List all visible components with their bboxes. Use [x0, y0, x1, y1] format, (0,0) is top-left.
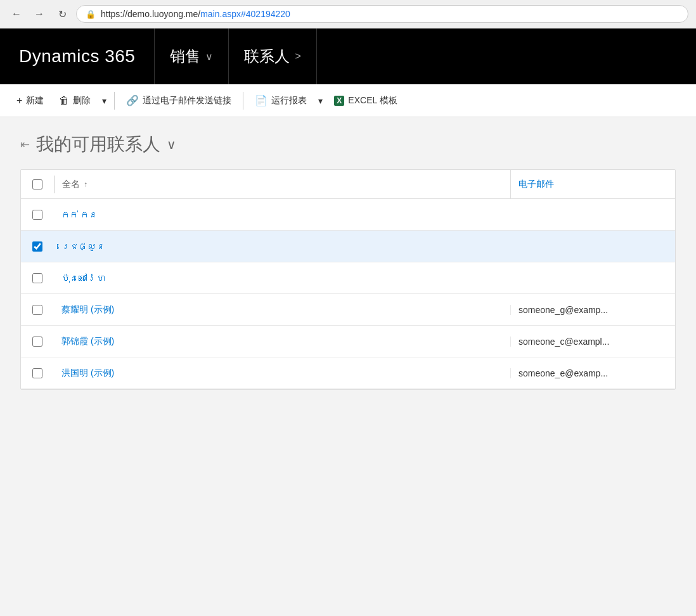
- table-row: 郭锦霞 (示例) someone_c@exampl...: [21, 326, 675, 357]
- row-checkbox-4[interactable]: [32, 337, 42, 347]
- row-name-4[interactable]: 郭锦霞 (示例): [54, 336, 510, 347]
- delete-dropdown[interactable]: ▾: [100, 92, 109, 110]
- nav-contacts[interactable]: 联系人 >: [229, 29, 316, 84]
- report-button[interactable]: 📄 运行报表: [248, 91, 313, 110]
- toolbar-separator-2: [243, 92, 243, 110]
- back-button[interactable]: ←: [8, 5, 25, 23]
- report-label: 运行报表: [271, 95, 307, 106]
- nav-contacts-label: 联系人: [244, 46, 290, 67]
- row-name-5[interactable]: 洪国明 (示例): [54, 368, 510, 379]
- table-row: រេជផ្លូន: [21, 231, 675, 262]
- report-dropdown[interactable]: ▾: [316, 92, 325, 110]
- table-body: កក់ កន រេជផ្លូន ប៉ុនសៅរ៉េហ 蔡耀明 (示例) some…: [21, 199, 675, 389]
- contacts-table: 全名 ↑ 电子邮件 កក់ កន រេជផ្លូន ប៉ុនសៅរ៉េហ: [20, 169, 676, 390]
- row-email-5: someone_e@examp...: [510, 368, 675, 378]
- excel-button[interactable]: X EXCEL 模板: [328, 91, 403, 110]
- app-title: Dynamics 365: [0, 29, 155, 84]
- row-checkbox-cell-5[interactable]: [21, 368, 54, 378]
- view-title: 我的可用联系人: [36, 132, 160, 157]
- row-checkbox-3[interactable]: [32, 305, 42, 315]
- lock-icon: 🔒: [86, 10, 96, 19]
- row-email-4: someone_c@exampl...: [510, 337, 675, 347]
- row-name-0[interactable]: កក់ កន: [54, 210, 510, 220]
- row-checkbox-1[interactable]: [32, 241, 42, 252]
- fullname-label: 全名: [62, 179, 80, 190]
- select-all-checkbox[interactable]: [32, 179, 42, 189]
- row-checkbox-cell-0[interactable]: [21, 210, 54, 220]
- app-header: Dynamics 365 销售 ∨ 联系人 >: [0, 29, 696, 84]
- row-email-3: someone_g@examp...: [510, 305, 675, 315]
- header-checkbox-cell[interactable]: [21, 179, 54, 189]
- row-checkbox-0[interactable]: [32, 210, 42, 220]
- table-row: 洪国明 (示例) someone_e@examp...: [21, 357, 675, 389]
- excel-icon: X: [334, 96, 344, 106]
- view-dropdown-button[interactable]: ∨: [167, 137, 176, 152]
- row-checkbox-2[interactable]: [32, 273, 42, 283]
- nav-sales[interactable]: 销售 ∨: [155, 29, 229, 84]
- row-checkbox-cell-3[interactable]: [21, 305, 54, 315]
- row-checkbox-cell-4[interactable]: [21, 337, 54, 347]
- nav-contacts-chevron: >: [295, 51, 300, 62]
- url-base: https://demo.luoyong.me/: [101, 9, 200, 19]
- table-row: 蔡耀明 (示例) someone_g@examp...: [21, 294, 675, 326]
- excel-label: EXCEL 模板: [348, 95, 397, 106]
- column-header-email[interactable]: 电子邮件: [510, 170, 675, 198]
- address-bar[interactable]: 🔒 https://demo.luoyong.me/main.aspx#4021…: [76, 5, 688, 23]
- email-link-label: 通过电子邮件发送链接: [143, 95, 231, 106]
- table-row: កក់ កន: [21, 199, 675, 231]
- table-row: ប៉ុនសៅរ៉េហ: [21, 262, 675, 294]
- row-name-3[interactable]: 蔡耀明 (示例): [54, 304, 510, 316]
- report-icon: 📄: [255, 94, 267, 106]
- nav-sales-chevron: ∨: [205, 51, 213, 63]
- view-title-row: ⇤ 我的可用联系人 ∨: [20, 132, 676, 157]
- row-checkbox-cell-1[interactable]: [21, 241, 54, 252]
- column-header-fullname[interactable]: 全名 ↑: [55, 179, 510, 190]
- delete-label: 删除: [73, 95, 91, 106]
- email-label: 电子邮件: [519, 179, 554, 190]
- email-link-icon: 🔗: [126, 94, 139, 106]
- row-name-2[interactable]: ប៉ុនសៅរ៉េហ: [54, 273, 510, 283]
- delete-button[interactable]: 🗑 删除: [53, 91, 97, 110]
- toolbar-separator-1: [114, 92, 115, 110]
- new-icon: +: [16, 95, 22, 106]
- pin-icon: ⇤: [20, 138, 30, 151]
- row-checkbox-5[interactable]: [32, 368, 42, 378]
- toolbar: + 新建 🗑 删除 ▾ 🔗 通过电子邮件发送链接 📄 运行报表 ▾ X EXCE…: [0, 84, 696, 117]
- url-display: https://demo.luoyong.me/main.aspx#402194…: [101, 9, 290, 19]
- email-link-button[interactable]: 🔗 通过电子邮件发送链接: [120, 91, 238, 110]
- new-button[interactable]: + 新建: [10, 91, 50, 110]
- nav-sales-label: 销售: [170, 46, 200, 67]
- row-name-1[interactable]: រេជផ្លូន: [54, 241, 510, 252]
- main-content: ⇤ 我的可用联系人 ∨ 全名 ↑ 电子邮件 កក់ កន: [0, 117, 696, 561]
- sort-icon: ↑: [84, 180, 87, 189]
- table-header: 全名 ↑ 电子邮件: [21, 170, 675, 199]
- forward-button[interactable]: →: [30, 5, 48, 23]
- delete-icon: 🗑: [59, 95, 69, 106]
- row-checkbox-cell-2[interactable]: [21, 273, 54, 283]
- browser-chrome: ← → ↻ 🔒 https://demo.luoyong.me/main.asp…: [0, 0, 696, 29]
- url-path: main.aspx#402194220: [200, 9, 290, 19]
- refresh-button[interactable]: ↻: [53, 5, 71, 23]
- new-label: 新建: [26, 95, 44, 106]
